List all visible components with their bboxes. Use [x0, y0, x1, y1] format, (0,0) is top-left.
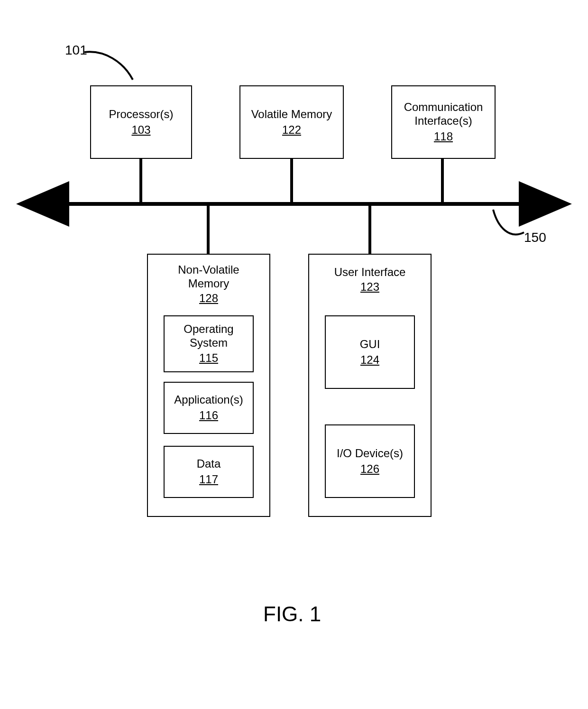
comm-interface-label2: Interface(s) [414, 114, 472, 128]
apps-ref: 116 [199, 409, 218, 423]
io-label: I/O Device(s) [337, 447, 403, 460]
os-label1: Operating [184, 322, 233, 336]
ui-title-text: User Interface [334, 266, 406, 278]
ui-title: User Interface 123 [308, 266, 432, 294]
figure-caption: FIG. 1 [263, 602, 321, 626]
gui-block: GUI 124 [325, 315, 415, 389]
apps-block: Application(s) 116 [164, 382, 254, 434]
os-label2: System [190, 336, 228, 350]
volatile-memory-block: Volatile Memory 122 [239, 85, 344, 159]
data-block: Data 117 [164, 446, 254, 498]
system-ref: 101 [65, 43, 87, 58]
nvm-title: Non-Volatile Memory 128 [147, 263, 270, 305]
comm-interface-label1: Communication [404, 101, 483, 114]
nvm-title1: Non-Volatile [178, 263, 239, 276]
bus-ref: 150 [524, 230, 546, 245]
volatile-memory-ref: 122 [282, 123, 301, 137]
conn-nvm [207, 204, 210, 254]
processor-block: Processor(s) 103 [90, 85, 192, 159]
gui-label: GUI [360, 338, 380, 351]
volatile-memory-label: Volatile Memory [251, 108, 332, 121]
conn-ui [368, 204, 371, 254]
os-block: Operating System 115 [164, 315, 254, 372]
io-ref: 126 [360, 462, 379, 476]
nvm-title2: Memory [188, 277, 230, 290]
processor-ref: 103 [131, 123, 150, 137]
gui-ref: 124 [360, 353, 379, 367]
conn-volatile [290, 159, 293, 204]
io-block: I/O Device(s) 126 [325, 424, 415, 498]
diagram-canvas: 101 150 Processor(s) 103 Volatile Memory… [0, 0, 588, 709]
comm-interface-ref: 118 [434, 130, 453, 144]
data-ref: 117 [199, 473, 218, 487]
apps-label: Application(s) [174, 393, 243, 407]
processor-label: Processor(s) [109, 108, 173, 121]
data-label: Data [197, 457, 221, 471]
nvm-ref: 128 [147, 292, 270, 305]
ui-ref: 123 [308, 280, 432, 294]
os-ref: 115 [199, 351, 218, 365]
conn-comm [441, 159, 444, 204]
comm-interface-block: Communication Interface(s) 118 [391, 85, 496, 159]
conn-processor [139, 159, 142, 204]
